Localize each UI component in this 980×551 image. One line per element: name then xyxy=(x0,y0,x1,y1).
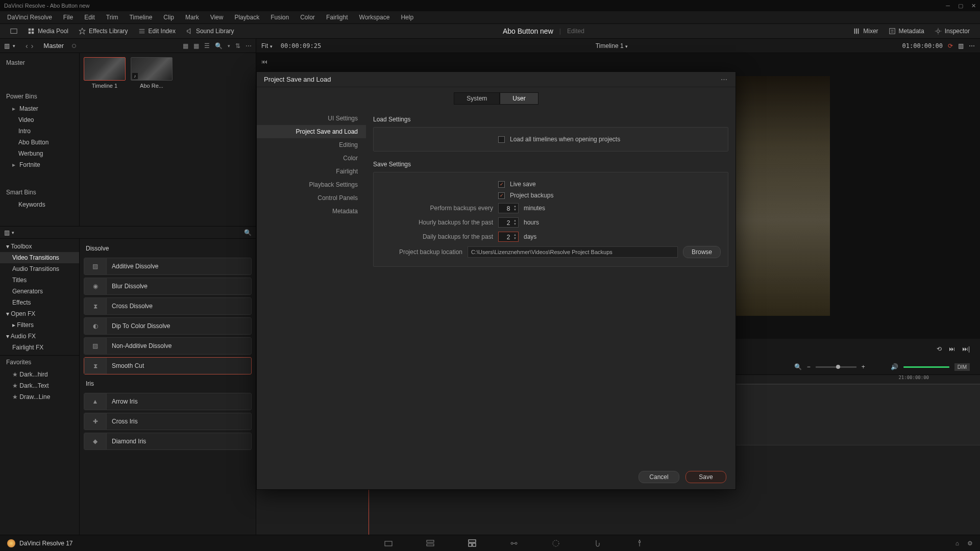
chevron-down-icon[interactable]: ▾ xyxy=(12,230,14,235)
prefs-category[interactable]: Playback Settings xyxy=(257,178,366,191)
menu-item[interactable]: DaVinci Resolve xyxy=(7,14,52,21)
zoom-slider[interactable] xyxy=(816,366,856,368)
menu-item[interactable]: Trim xyxy=(106,14,118,21)
fx-category[interactable]: Effects xyxy=(0,297,79,308)
prefs-category[interactable]: Metadata xyxy=(257,205,366,218)
metadata-button[interactable]: Metadata xyxy=(884,26,929,37)
favorite-item[interactable]: ★ Draw...Line xyxy=(0,391,79,403)
page-media[interactable] xyxy=(383,538,394,549)
layout-toggle-icon[interactable]: ▥ xyxy=(4,42,10,49)
home-icon[interactable]: ⌂ xyxy=(955,540,959,547)
project-backups-checkbox[interactable] xyxy=(498,192,505,199)
cancel-button[interactable]: Cancel xyxy=(639,471,679,483)
fx-category[interactable]: Titles xyxy=(0,274,79,286)
bin-item[interactable]: Intro xyxy=(0,126,79,137)
chevron-down-icon[interactable]: ▾ xyxy=(228,43,230,48)
more-icon[interactable]: ⋯ xyxy=(969,42,975,49)
menu-item[interactable]: Timeline xyxy=(129,14,152,21)
spinner-icon[interactable]: ▲▼ xyxy=(512,218,518,227)
page-color[interactable] xyxy=(550,538,561,549)
full-screen-button[interactable] xyxy=(5,26,22,37)
favorite-item[interactable]: ★ Dark...hird xyxy=(0,369,79,380)
media-pool-button[interactable]: Media Pool xyxy=(22,26,74,37)
effects-library-button[interactable]: Effects Library xyxy=(74,26,133,37)
spinner-icon[interactable]: ▲▼ xyxy=(512,204,518,213)
prefs-category[interactable]: UI Settings xyxy=(257,112,366,125)
inspector-button[interactable]: Inspector xyxy=(929,26,975,37)
fx-category[interactable]: ▾ Audio FX xyxy=(0,331,79,342)
layout-toggle-icon[interactable]: ▥ xyxy=(4,229,10,236)
menu-item[interactable]: Playback xyxy=(234,14,259,21)
dialog-more-icon[interactable]: ⋯ xyxy=(721,76,728,83)
search-icon[interactable]: 🔍 xyxy=(244,229,252,236)
spinner-icon[interactable]: ▲▼ xyxy=(512,232,518,241)
menu-item[interactable]: Help xyxy=(401,14,413,21)
fx-item[interactable]: ◉Blur Dissolve xyxy=(84,278,252,295)
bin-item[interactable]: ▸Master xyxy=(0,103,79,114)
prefs-category[interactable]: Control Panels xyxy=(257,191,366,205)
view-metadata-icon[interactable]: ▦ xyxy=(183,42,188,49)
page-deliver[interactable] xyxy=(634,538,645,549)
fx-item[interactable]: ◆Diamond Iris xyxy=(84,433,252,450)
prefs-category[interactable]: Editing xyxy=(257,138,366,152)
zoom-fit-dropdown[interactable]: Fit ▾ xyxy=(261,42,273,49)
volume-slider[interactable] xyxy=(903,366,949,368)
tab-system[interactable]: System xyxy=(454,92,500,105)
menu-item[interactable]: Edit xyxy=(84,14,95,21)
sort-icon[interactable]: ⇅ xyxy=(235,42,240,49)
fx-item[interactable]: ▲Arrow Iris xyxy=(84,393,252,410)
menu-item[interactable]: View xyxy=(210,14,224,21)
menu-item[interactable]: Workspace xyxy=(359,14,390,21)
bin-item[interactable]: Abo Button xyxy=(0,137,79,148)
sync-icon[interactable]: ⟳ xyxy=(948,42,953,49)
perform-backups-input[interactable]: 8▲▼ xyxy=(498,203,519,213)
zoom-search-icon[interactable]: 🔍 xyxy=(794,363,802,370)
hourly-backups-input[interactable]: 2▲▼ xyxy=(498,217,519,228)
load-all-checkbox[interactable] xyxy=(498,136,505,143)
save-button[interactable]: Save xyxy=(685,471,726,483)
next-icon[interactable]: ⏭ xyxy=(949,345,955,353)
bin-item[interactable]: Keywords xyxy=(0,199,79,210)
menu-item[interactable]: Fairlight xyxy=(326,14,348,21)
record-timecode[interactable]: 01:00:00:00 xyxy=(902,42,943,49)
dual-viewer-icon[interactable]: ▥ xyxy=(958,42,964,49)
page-edit[interactable] xyxy=(467,538,478,549)
mixer-button[interactable]: Mixer xyxy=(848,26,883,37)
browse-button[interactable]: Browse xyxy=(683,246,721,258)
settings-icon[interactable]: ⚙ xyxy=(967,540,973,547)
fx-category[interactable]: ▸ Filters xyxy=(0,319,79,331)
window-minimize[interactable]: ─ xyxy=(946,3,950,9)
prefs-category[interactable]: Fairlight xyxy=(257,165,366,178)
sound-library-button[interactable]: Sound Library xyxy=(181,26,239,37)
more-icon[interactable]: ⋯ xyxy=(246,42,252,49)
bin-item[interactable]: ▸Fortnite xyxy=(0,159,79,170)
fx-category[interactable]: ▾ Toolbox xyxy=(0,241,79,252)
volume-icon[interactable]: 🔊 xyxy=(891,363,898,370)
tab-user[interactable]: User xyxy=(500,92,538,105)
backup-location-input[interactable]: C:\Users\Lizenznehmer\Videos\Resolve Pro… xyxy=(468,246,678,258)
zoom-out[interactable]: − xyxy=(807,363,811,370)
fx-category[interactable]: Video Transitions xyxy=(0,252,79,263)
bin-item[interactable]: Video xyxy=(0,114,79,126)
source-timecode[interactable]: 00:00:09:25 xyxy=(281,42,321,49)
page-fusion[interactable] xyxy=(508,538,520,549)
fx-item[interactable]: ◐Dip To Color Dissolve xyxy=(84,317,252,335)
fx-category[interactable]: Fairlight FX xyxy=(0,342,79,353)
page-cut[interactable] xyxy=(425,538,436,549)
edit-index-button[interactable]: Edit Index xyxy=(133,26,181,37)
daily-backups-input[interactable]: 2▲▼ xyxy=(498,232,519,242)
menu-item[interactable]: Clip xyxy=(163,14,174,21)
live-save-checkbox[interactable] xyxy=(498,181,505,188)
timeline-selector[interactable]: Timeline 1 ▾ xyxy=(321,42,902,49)
menu-item[interactable]: Fusion xyxy=(271,14,289,21)
nav-back[interactable]: ‹ xyxy=(26,42,28,50)
menu-item[interactable]: Color xyxy=(300,14,315,21)
last-icon[interactable]: ⏭| xyxy=(962,345,970,353)
fx-item[interactable]: ⧗Cross Dissolve xyxy=(84,297,252,315)
color-tag-icon[interactable] xyxy=(72,44,76,48)
fx-category[interactable]: ▾ Open FX xyxy=(0,308,79,319)
bin-item[interactable]: Werbung xyxy=(0,148,79,159)
first-frame-icon[interactable]: ⏮ xyxy=(261,58,267,65)
media-clip[interactable]: Timeline 1 xyxy=(84,57,126,89)
media-clip[interactable]: ♪Abo Re... xyxy=(131,57,173,89)
